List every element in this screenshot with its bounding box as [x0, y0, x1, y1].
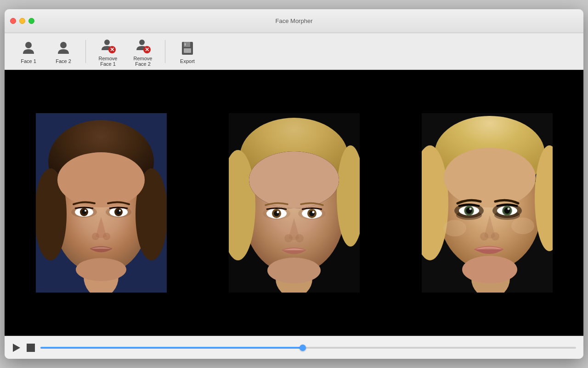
svg-point-59	[444, 148, 536, 207]
svg-point-49	[312, 211, 314, 213]
svg-point-28	[119, 210, 121, 212]
play-icon	[13, 344, 20, 352]
face-right-panel	[390, 70, 583, 336]
play-button[interactable]	[12, 343, 21, 352]
close-button[interactable]	[10, 18, 16, 24]
remove-face2-icon: ✕	[134, 36, 152, 55]
svg-text:✕: ✕	[145, 46, 149, 53]
export-label: Export	[180, 58, 195, 64]
remove-face2-label: Remove Face 2	[128, 56, 158, 67]
svg-point-31	[76, 258, 126, 281]
svg-point-52	[267, 258, 321, 283]
face2-icon	[54, 39, 73, 58]
svg-point-18	[57, 152, 145, 207]
svg-point-27	[85, 210, 86, 212]
face-center-image	[229, 113, 360, 293]
playback-bar	[5, 336, 583, 359]
face1-icon	[19, 39, 38, 58]
minimize-button[interactable]	[19, 18, 25, 24]
svg-rect-10	[184, 48, 191, 53]
svg-point-29	[92, 233, 99, 240]
svg-point-73	[507, 208, 509, 210]
separator-2	[165, 40, 165, 63]
face2-label: Face 2	[56, 58, 71, 64]
traffic-lights	[10, 18, 34, 24]
maximize-button[interactable]	[28, 18, 34, 24]
svg-point-78	[511, 218, 534, 234]
svg-point-39	[249, 151, 339, 208]
scrubber-fill	[40, 347, 303, 349]
export-icon	[178, 39, 197, 58]
remove-face1-button[interactable]: ✕ Remove Face 1	[91, 34, 124, 69]
scrubber-track[interactable]	[40, 347, 576, 349]
toolbar: Face 1 Face 2 ✕ Remov	[5, 33, 583, 70]
separator-1	[85, 40, 86, 63]
face1-button[interactable]: Face 1	[12, 37, 45, 66]
face-left-panel	[5, 70, 198, 336]
face-center-panel	[198, 70, 390, 336]
svg-point-74	[480, 232, 488, 241]
svg-rect-11	[185, 43, 186, 46]
svg-point-48	[277, 211, 279, 213]
svg-point-51	[295, 234, 304, 242]
svg-point-1	[60, 42, 67, 48]
svg-text:✕: ✕	[110, 46, 114, 53]
face1-label: Face 1	[21, 58, 36, 64]
svg-point-0	[25, 42, 32, 48]
face2-button[interactable]: Face 2	[47, 37, 80, 66]
svg-point-75	[491, 232, 499, 241]
window-title: Face Morpher	[276, 17, 313, 24]
titlebar: Face Morpher	[5, 9, 583, 33]
face-left-image	[36, 113, 167, 293]
remove-face1-icon: ✕	[99, 36, 117, 55]
svg-point-5	[139, 40, 145, 45]
svg-point-30	[103, 233, 110, 240]
svg-point-72	[469, 208, 471, 210]
scrubber-thumb[interactable]	[300, 345, 306, 351]
remove-face2-button[interactable]: ✕ Remove Face 2	[126, 34, 159, 69]
svg-point-50	[284, 234, 293, 242]
face-right-image	[422, 113, 553, 293]
svg-point-77	[443, 220, 466, 236]
main-content	[5, 70, 583, 336]
export-button[interactable]: Export	[171, 37, 204, 66]
app-window: Face Morpher Face 1 Face 2	[5, 9, 583, 359]
stop-button[interactable]	[27, 344, 35, 352]
svg-point-2	[104, 40, 110, 45]
remove-face1-label: Remove Face 1	[93, 56, 123, 67]
svg-point-76	[462, 256, 517, 283]
